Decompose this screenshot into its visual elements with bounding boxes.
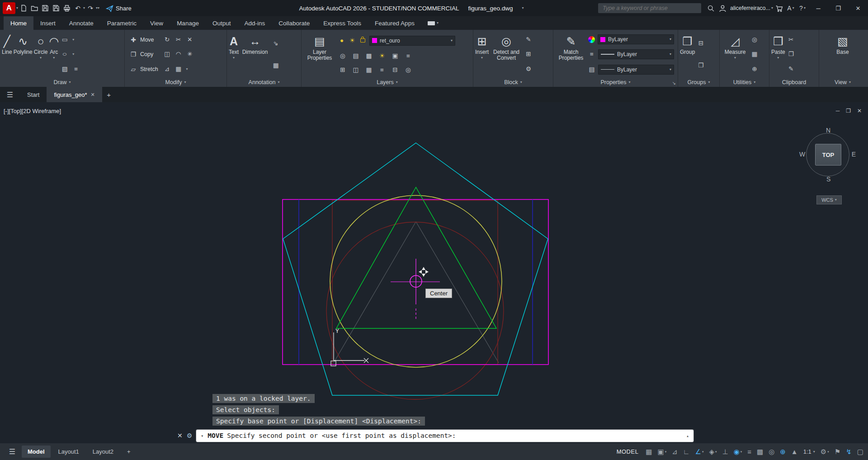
measure-button[interactable]: ◿ Measure ▾ bbox=[722, 32, 749, 77]
viewcube-south[interactable]: S bbox=[826, 175, 830, 183]
red-square-shape[interactable] bbox=[332, 200, 498, 365]
new-file-button[interactable] bbox=[18, 2, 29, 14]
block-edit-button[interactable]: ✎ bbox=[525, 36, 532, 43]
group-edit-button[interactable]: ❐ bbox=[697, 62, 704, 69]
utilities-panel-label[interactable]: Utilities ▾ bbox=[720, 77, 769, 87]
tab-start[interactable]: Start bbox=[20, 87, 47, 102]
tab-featured-apps[interactable]: Featured Apps bbox=[368, 16, 421, 30]
rectangle-button[interactable]: ▭ bbox=[61, 36, 68, 43]
dynamic-input-toggle[interactable]: ⊕ bbox=[780, 448, 786, 456]
leader-button[interactable]: ⇘ bbox=[272, 40, 279, 47]
tab-document[interactable]: figuras_geo* ✕ bbox=[47, 87, 102, 102]
paste-button[interactable]: ❒ Paste ▾ bbox=[771, 32, 785, 77]
viewport-close-icon[interactable]: ✕ bbox=[857, 108, 862, 114]
rotate-button[interactable]: ↻ bbox=[164, 36, 171, 43]
groups-panel-label[interactable]: Groups ▾ bbox=[678, 77, 719, 87]
layer-thaw-button[interactable]: ☀ bbox=[378, 52, 386, 60]
layout2-tab[interactable]: Layout2 bbox=[87, 446, 119, 458]
redo-button[interactable]: ↷ bbox=[85, 2, 96, 14]
viewport-restore-icon[interactable]: ❐ bbox=[846, 108, 851, 114]
array-caret-icon[interactable]: ▾ bbox=[186, 67, 188, 71]
id-point-button[interactable]: ⊕ bbox=[751, 66, 758, 73]
modify-panel-label[interactable]: Modify ▾ bbox=[125, 77, 226, 87]
search-box[interactable] bbox=[598, 3, 701, 13]
save-as-button[interactable] bbox=[51, 2, 61, 14]
polar-tracking-toggle[interactable]: ∠▾ bbox=[695, 448, 704, 456]
save-button[interactable] bbox=[40, 2, 51, 14]
properties-panel-launcher[interactable]: ↘ bbox=[672, 81, 676, 85]
autodesk-access-button[interactable]: A ▾ bbox=[785, 0, 797, 16]
polyline-button[interactable]: ∿ Polyline bbox=[14, 32, 33, 77]
hatch-button[interactable]: ▨ bbox=[61, 66, 68, 73]
color-wheel-icon[interactable] bbox=[588, 36, 595, 43]
tab-collaborate[interactable]: Collaborate bbox=[272, 16, 316, 30]
new-drawing-tab-button[interactable]: + bbox=[102, 87, 116, 102]
ellipse-caret-icon[interactable]: ▾ bbox=[72, 52, 74, 56]
selection-cycling-toggle[interactable]: ◎ bbox=[769, 448, 774, 456]
quick-access-customize-caret-icon[interactable]: ▾ bbox=[98, 6, 99, 10]
undo-button[interactable]: ↶ bbox=[72, 2, 83, 14]
arc-button[interactable]: ◠ Arc ▾ bbox=[49, 32, 59, 77]
layer-walk-button[interactable]: ◎ bbox=[405, 66, 412, 74]
line-button[interactable]: ╱ Line bbox=[2, 32, 12, 77]
new-layout-button[interactable]: + bbox=[121, 446, 137, 458]
properties-panel-label[interactable]: Properties ▾ bbox=[553, 77, 678, 87]
rectangle-caret-icon[interactable]: ▾ bbox=[72, 38, 74, 42]
command-expand-icon[interactable]: ▴ bbox=[686, 433, 689, 438]
search-button[interactable] bbox=[705, 0, 717, 16]
snap-toggle[interactable]: ▣▾ bbox=[658, 448, 667, 456]
layer-on-off-icon[interactable]: ● bbox=[338, 37, 345, 44]
command-line-input[interactable]: ▾ MOVE Specify second point or <use firs… bbox=[196, 430, 693, 442]
lineweight-toggle[interactable]: ≡ bbox=[747, 448, 751, 455]
match-layer-button[interactable]: ◫ bbox=[352, 66, 359, 74]
mirror-button[interactable]: ◫ bbox=[164, 51, 171, 58]
tab-express-tools[interactable]: Express Tools bbox=[316, 16, 368, 30]
drawing-area[interactable]: [-][Top][2D Wireframe] ─ ❐ ✕ N W E S TOP… bbox=[0, 102, 868, 443]
annotation-panel-label[interactable]: Annotation ▾ bbox=[227, 77, 301, 87]
viewcube-top-face[interactable]: TOP bbox=[815, 144, 841, 166]
minimize-button[interactable]: ─ bbox=[808, 0, 828, 16]
layer-freeze-button[interactable]: ▩ bbox=[365, 52, 373, 60]
draw-panel-label[interactable]: Draw ▾ bbox=[0, 77, 124, 87]
account-button[interactable] bbox=[717, 0, 728, 16]
stretch-button[interactable]: ▱ Stretch bbox=[127, 65, 161, 74]
ortho-toggle[interactable]: ∟ bbox=[683, 448, 690, 455]
table-button[interactable]: ▦ bbox=[272, 62, 279, 69]
cart-button[interactable] bbox=[773, 0, 785, 16]
command-close-icon[interactable]: ✕ bbox=[177, 432, 183, 439]
viewcube[interactable]: N W E S TOP bbox=[801, 128, 855, 182]
tab-annotate[interactable]: Annotate bbox=[62, 16, 100, 30]
viewcube-north[interactable]: N bbox=[826, 127, 830, 134]
cut-button[interactable]: ✂ bbox=[788, 36, 795, 43]
drawing-canvas[interactable]: Y bbox=[0, 102, 868, 443]
linetype-list-icon[interactable]: ▤ bbox=[588, 66, 595, 73]
pentagon-shape[interactable] bbox=[283, 143, 548, 395]
trim-button[interactable]: ✂ bbox=[175, 36, 182, 43]
layer-dropdown[interactable]: ret_ouro ▾ bbox=[369, 36, 455, 46]
block-create-button[interactable]: ⊞ bbox=[525, 51, 532, 58]
help-button[interactable]: ? ▾ bbox=[797, 0, 808, 16]
erase-button[interactable]: ✕ bbox=[186, 36, 193, 43]
ribbon-display-toggle[interactable]: ▾ bbox=[428, 16, 439, 30]
view-panel-label[interactable]: View ▾ bbox=[819, 77, 866, 87]
array-button[interactable]: ▦ bbox=[175, 66, 182, 73]
tab-addins[interactable]: Add-ins bbox=[237, 16, 272, 30]
open-file-button[interactable] bbox=[29, 2, 40, 14]
layout1-tab[interactable]: Layout1 bbox=[52, 446, 85, 458]
object-snap-toggle[interactable]: ◉▾ bbox=[734, 448, 742, 456]
tab-output[interactable]: Output bbox=[206, 16, 238, 30]
restore-button[interactable]: ❐ bbox=[828, 0, 848, 16]
search-input[interactable] bbox=[602, 5, 698, 12]
explode-button[interactable]: ✳ bbox=[186, 51, 193, 58]
recent-commands-caret-icon[interactable]: ▾ bbox=[201, 433, 203, 438]
tab-close-icon[interactable]: ✕ bbox=[90, 92, 94, 98]
isometric-toggle[interactable]: ◈▾ bbox=[709, 448, 717, 456]
insert-button[interactable]: ⊞ Insert ▾ bbox=[475, 32, 489, 77]
grid-toggle[interactable]: ▦ bbox=[646, 448, 652, 456]
annotation-scale-button[interactable]: 1:1 ▾ bbox=[803, 448, 815, 455]
group-button[interactable]: ❐ Group bbox=[680, 32, 695, 77]
autocad-logo-icon[interactable]: A bbox=[3, 2, 15, 14]
viewport-minimize-icon[interactable]: ─ bbox=[836, 108, 840, 114]
red-circle-shape[interactable] bbox=[326, 222, 504, 399]
green-triangle-shape[interactable] bbox=[336, 187, 496, 328]
